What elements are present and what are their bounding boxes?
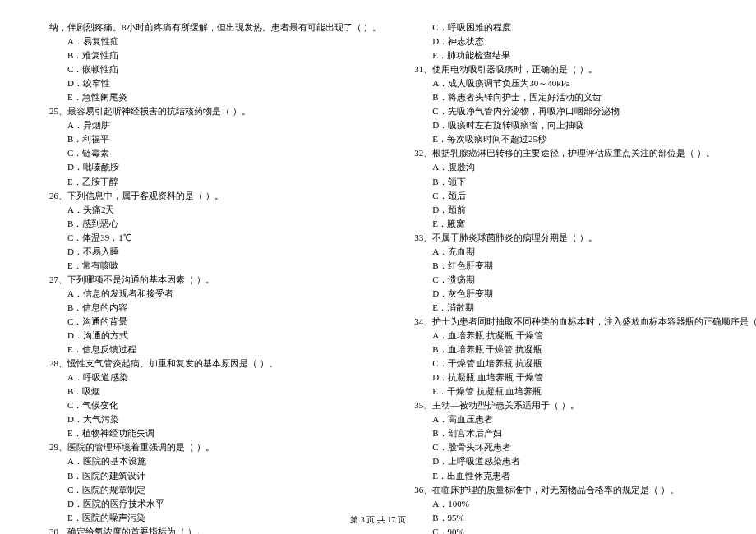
q31-option: A．成人吸痰调节负压为30～40kPa — [414, 76, 756, 90]
q33-option: C．溃疡期 — [414, 273, 756, 287]
q31-option: B．将患者头转向护士，固定好活动的义齿 — [414, 90, 756, 104]
q26-option: B．感到恶心 — [49, 217, 381, 231]
q24-option: B．难复性疝 — [49, 48, 381, 62]
q24-option: C．嵌顿性疝 — [49, 62, 381, 76]
q25-option: A．异烟肼 — [49, 118, 381, 132]
q33-option: B．红色肝变期 — [414, 259, 756, 273]
q35-stem: 35、主动—被动型护患关系适用于（ ）。 — [414, 398, 756, 412]
q36-option: A．100% — [414, 497, 756, 511]
q31-option: C．先吸净气管内分泌物，再吸净口咽部分泌物 — [414, 104, 756, 118]
q34-stem: 34、护士为患者同时抽取不同种类的血标本时，注入盛放血标本容器瓶的正确顺序是（ … — [414, 315, 756, 329]
q24-option: E．急性阑尾炎 — [49, 90, 381, 104]
q31-option: E．每次吸痰时间不超过25秒 — [414, 132, 756, 146]
q26-option: C．体温39．1℃ — [49, 231, 381, 245]
q32-option: B．颌下 — [414, 175, 756, 189]
q30-option: E．肺功能检查结果 — [414, 48, 756, 62]
q25-stem: 25、最容易引起听神经损害的抗结核药物是（ ）。 — [49, 104, 381, 118]
q31-option: D．吸痰时左右旋转吸痰管，向上抽吸 — [414, 118, 756, 132]
q29-stem: 29、医院的管理环境着重强调的是（ ）。 — [49, 440, 381, 454]
q34-option: B．血培养瓶 干燥管 抗凝瓶 — [414, 343, 756, 357]
q36-stem: 36、在临床护理的质量标准中，对无菌物品合格率的规定是（ ）。 — [414, 483, 756, 497]
q29-option: B．医院的建筑设计 — [49, 469, 381, 483]
q27-option: A．信息的发现者和接受者 — [49, 287, 381, 301]
q24-option: D．绞窄性 — [49, 76, 381, 90]
q26-option: E．常有咳嗽 — [49, 259, 381, 273]
q33-option: A．充血期 — [414, 245, 756, 259]
q34-option: C．干燥管 血培养瓶 抗凝瓶 — [414, 357, 756, 371]
q35-option: B．剖宫术后产妇 — [414, 426, 756, 440]
q32-option: E．腋窝 — [414, 217, 756, 231]
q34-option: A．血培养瓶 抗凝瓶 干燥管 — [414, 329, 756, 343]
q35-option: E．出血性休克患者 — [414, 469, 756, 483]
page-footer: 第 3 页 共 17 页 — [0, 513, 756, 527]
q29-option: C．医院的规章制定 — [49, 483, 381, 497]
q25-option: E．乙胺丁醇 — [49, 175, 381, 189]
page-content: 纳，伴剧烈疼痛。8小时前疼痛有所缓解，但出现发热。患者最有可能出现了（ ）。 A… — [0, 0, 756, 534]
q27-option: B．信息的内容 — [49, 301, 381, 315]
q25-option: C．链霉素 — [49, 146, 381, 160]
q28-option: B．吸烟 — [49, 384, 381, 398]
q32-option: C．颈后 — [414, 189, 756, 203]
q35-option: D．上呼吸道感染患者 — [414, 454, 756, 468]
q33-option: D．灰色肝变期 — [414, 287, 756, 301]
q32-option: D．颈前 — [414, 203, 756, 217]
q31-stem: 31、使用电动吸引器吸痰时，正确的是（ ）。 — [414, 62, 756, 76]
q26-option: A．头痛2天 — [49, 203, 381, 217]
right-column: C．呼吸困难的程度 D．神志状态 E．肺功能检查结果 31、使用电动吸引器吸痰时… — [398, 21, 756, 534]
q24-option: A．易复性疝 — [49, 35, 381, 48]
q36-option: C．90% — [414, 525, 756, 534]
q35-option: C．股骨头坏死患者 — [414, 440, 756, 454]
q32-stem: 32、根据乳腺癌淋巴转移的主要途径，护理评估应重点关注的部位是（ ）。 — [414, 146, 756, 160]
left-column: 纳，伴剧烈疼痛。8小时前疼痛有所缓解，但出现发热。患者最有可能出现了（ ）。 A… — [33, 21, 398, 534]
q34-option: D．抗凝瓶 血培养瓶 干燥管 — [414, 371, 756, 384]
q32-option: A．腹股沟 — [414, 160, 756, 174]
q27-option: E．信息反馈过程 — [49, 343, 381, 357]
q29-option: A．医院的基本设施 — [49, 454, 381, 468]
q26-stem: 26、下列信息中，属于客观资料的是（ ）。 — [49, 189, 381, 203]
q26-option: D．不易入睡 — [49, 245, 381, 259]
q28-option: C．气候变化 — [49, 398, 381, 412]
q33-stem: 33、不属于肺炎球菌肺炎的病理分期是（ ）。 — [414, 231, 756, 245]
q30-option: C．呼吸困难的程度 — [414, 21, 756, 35]
q33-option: E．消散期 — [414, 301, 756, 315]
q28-option: E．植物神经功能失调 — [49, 426, 381, 440]
q24-continuation: 纳，伴剧烈疼痛。8小时前疼痛有所缓解，但出现发热。患者最有可能出现了（ ）。 — [49, 21, 381, 35]
q28-option: D．大气污染 — [49, 412, 381, 426]
q29-option: D．医院的医疗技术水平 — [49, 497, 381, 511]
q30-stem: 30、确定给氧浓度的首要指标为（ ）。 — [49, 525, 381, 534]
q35-option: A．高血压患者 — [414, 412, 756, 426]
q28-option: A．呼吸道感染 — [49, 371, 381, 384]
q28-stem: 28、慢性支气管炎起病、加重和复发的基本原因是（ ）。 — [49, 357, 381, 371]
q25-option: D．吡嗪酰胺 — [49, 160, 381, 174]
q34-option: E．干燥管 抗凝瓶 血培养瓶 — [414, 384, 756, 398]
q27-option: D．沟通的方式 — [49, 329, 381, 343]
q25-option: B．利福平 — [49, 132, 381, 146]
q27-option: C．沟通的背景 — [49, 315, 381, 329]
q30-option: D．神志状态 — [414, 35, 756, 48]
q27-stem: 27、下列哪项不是沟通的基本因素（ ）。 — [49, 273, 381, 287]
